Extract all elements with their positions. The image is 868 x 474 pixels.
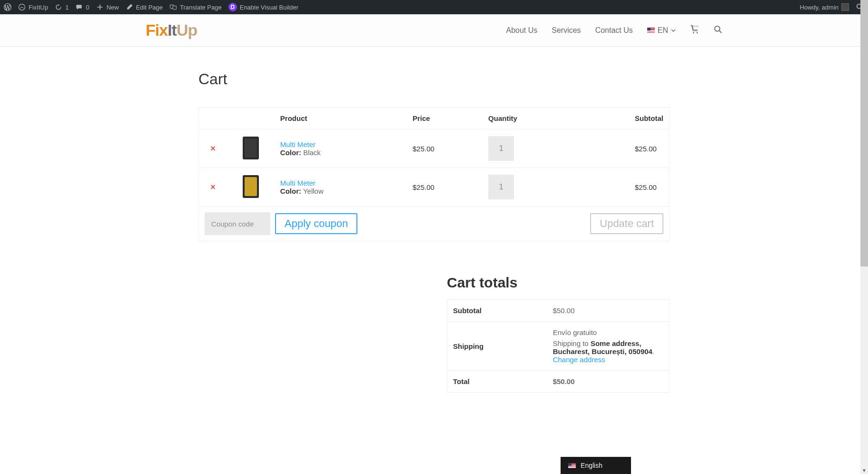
search-icon	[714, 25, 722, 34]
update-cart-button[interactable]: Update cart	[590, 213, 663, 234]
cart-actions-row: Apply coupon Update cart	[199, 207, 670, 241]
apply-coupon-button[interactable]: Apply coupon	[275, 213, 357, 234]
adminbar-howdy-label: Howdy, admin	[800, 4, 838, 11]
product-thumb[interactable]	[243, 137, 259, 159]
scrollbar[interactable]: ▼	[860, 0, 868, 412]
adminbar-edit-page[interactable]: Edit Page	[126, 3, 163, 11]
translate-icon	[169, 3, 177, 11]
shipping-label: Shipping	[447, 322, 547, 371]
adminbar-translate-page-label: Translate Page	[180, 4, 222, 11]
shipping-address: Shipping to Some address, Bucharest, Buc…	[553, 339, 663, 356]
product-subtotal: $25.00	[629, 129, 670, 168]
product-variation: Color: Black	[280, 148, 321, 157]
nav-cart[interactable]	[690, 25, 700, 36]
adminbar-howdy[interactable]: Howdy, admin	[800, 3, 849, 11]
product-link[interactable]: Multi Meter	[280, 179, 316, 187]
adminbar-enable-visual-builder[interactable]: D Enable Visual Builder	[228, 3, 298, 11]
adminbar-updates-count: 1	[65, 4, 69, 11]
nav-about[interactable]: About Us	[506, 26, 537, 35]
wordpress-icon	[4, 3, 11, 11]
coupon-code-input[interactable]	[205, 212, 270, 235]
product-thumb[interactable]	[243, 175, 259, 198]
product-price: $25.00	[407, 168, 483, 207]
cart-table: Product Price Quantity Subtotal × Multi …	[198, 107, 670, 241]
adminbar-new[interactable]: New	[96, 3, 119, 11]
divi-icon: D	[228, 3, 237, 11]
cart-row: × Multi Meter Color: Black $25.00 $25.00	[199, 129, 670, 168]
remove-item-button[interactable]: ×	[210, 182, 216, 192]
scrollbar-thumb[interactable]	[860, 0, 868, 267]
flag-us-icon	[647, 28, 655, 33]
adminbar-new-label: New	[107, 4, 119, 11]
nav-search[interactable]	[714, 25, 722, 36]
quantity-input[interactable]	[488, 175, 514, 199]
cart-totals: Cart totals Subtotal $50.00 Shipping Env…	[447, 275, 670, 393]
avatar	[841, 3, 849, 11]
cart-row: × Multi Meter Color: Yellow $25.00 $25.0…	[199, 168, 670, 207]
wp-admin-bar: FixItUp 1 0 New Edit Page Translate Page…	[0, 0, 868, 14]
shipping-method: Envío gratuito	[553, 328, 663, 336]
refresh-icon	[55, 3, 62, 11]
product-subtotal: $25.00	[629, 168, 670, 207]
col-subtotal-header: Subtotal	[629, 108, 670, 129]
svg-point-7	[715, 26, 720, 31]
svg-point-6	[697, 32, 698, 33]
nav-language-switcher[interactable]: EN	[647, 26, 676, 35]
col-remove-header	[199, 108, 227, 129]
logo-text: FixItUp	[146, 21, 197, 39]
cart-totals-table: Subtotal $50.00 Shipping Envío gratuito …	[447, 299, 670, 393]
subtotal-value: $50.00	[547, 300, 670, 322]
product-variation: Color: Yellow	[280, 187, 324, 195]
quantity-input[interactable]	[488, 136, 514, 161]
product-price: $25.00	[407, 129, 483, 168]
change-address-link[interactable]: Change address	[553, 356, 605, 364]
pencil-icon	[126, 3, 133, 11]
wp-logo[interactable]	[4, 3, 11, 11]
col-product-header: Product	[275, 108, 407, 129]
adminbar-edit-page-label: Edit Page	[136, 4, 163, 11]
adminbar-site-name: FixItUp	[29, 4, 48, 11]
svg-rect-3	[173, 6, 176, 10]
nav-language-code: EN	[658, 26, 668, 35]
cart-icon	[690, 25, 700, 34]
adminbar-site[interactable]: FixItUp	[18, 3, 48, 11]
adminbar-translate-page[interactable]: Translate Page	[169, 3, 222, 11]
subtotal-label: Subtotal	[447, 300, 547, 322]
nav-contact[interactable]: Contact Us	[595, 26, 633, 35]
adminbar-enable-vb-label: Enable Visual Builder	[240, 4, 298, 11]
nav-services[interactable]: Services	[552, 26, 581, 35]
primary-nav: About Us Services Contact Us EN	[506, 25, 729, 36]
total-value: $50.00	[547, 371, 670, 393]
adminbar-comments-count: 0	[86, 4, 89, 11]
svg-point-5	[693, 32, 694, 33]
comment-icon	[75, 3, 83, 11]
adminbar-updates[interactable]: 1	[55, 3, 69, 11]
page-title: Cart	[198, 70, 670, 88]
main-content: Cart Product Price Quantity Subtotal × M…	[198, 47, 670, 412]
home-icon	[18, 3, 26, 11]
product-link[interactable]: Multi Meter	[280, 140, 316, 148]
svg-point-1	[21, 7, 22, 8]
chevron-down-icon	[671, 28, 676, 33]
cart-totals-title: Cart totals	[447, 275, 670, 291]
site-logo[interactable]: FixItUp	[139, 21, 197, 40]
adminbar-comments[interactable]: 0	[75, 3, 89, 11]
col-thumb-header	[227, 108, 275, 129]
site-header: FixItUp About Us Services Contact Us EN	[0, 14, 868, 47]
total-label: Total	[447, 371, 547, 393]
col-price-header: Price	[407, 108, 483, 129]
plus-icon	[96, 3, 104, 11]
remove-item-button[interactable]: ×	[210, 144, 216, 153]
col-qty-header: Quantity	[483, 108, 629, 129]
